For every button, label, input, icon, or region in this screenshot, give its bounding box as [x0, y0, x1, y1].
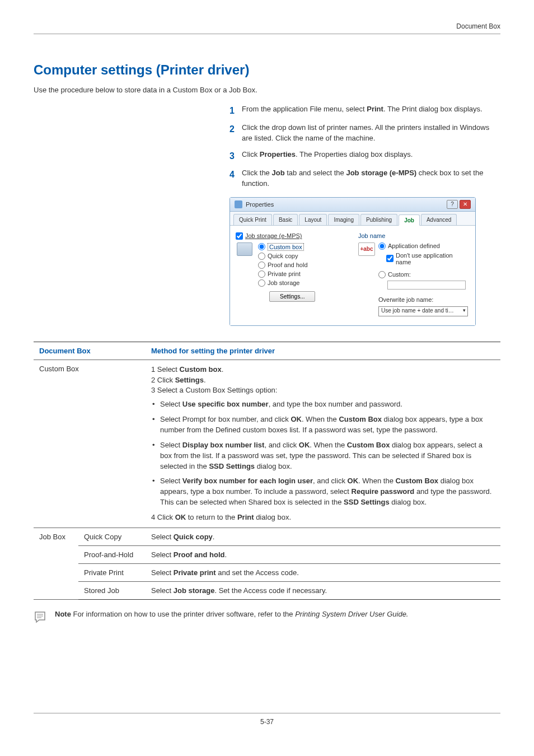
- radio-job-storage[interactable]: [258, 279, 265, 287]
- cell-job-box: Job Box: [34, 528, 78, 599]
- step-text: Click Properties. The Properties dialog …: [242, 150, 500, 160]
- settings-table: Document Box Method for setting the prin…: [34, 342, 500, 600]
- note-guide: Printing System Driver User Guide.: [295, 610, 408, 618]
- cell-custom-box: Custom Box: [34, 360, 146, 528]
- help-icon[interactable]: ?: [447, 200, 458, 209]
- abc-icon: +abc: [358, 242, 375, 256]
- tab-publishing[interactable]: Publishing: [360, 214, 397, 225]
- overwrite-select[interactable]: Use job name + date and ti…: [378, 306, 468, 316]
- cell-custom-box-method: 1 Select Custom box. 2 Click Settings. 3…: [146, 360, 500, 528]
- cell-stored-job-method: Select Job storage. Set the Access code …: [146, 581, 500, 599]
- tab-quick-print[interactable]: Quick Print: [233, 214, 272, 225]
- cell-stored-job: Stored Job: [78, 581, 146, 599]
- note-icon: [34, 610, 49, 623]
- note-label: Note: [55, 610, 71, 618]
- intro-text: Use the procedure below to store data in…: [34, 86, 500, 94]
- step-text: Click the drop down list of printer name…: [242, 123, 500, 144]
- cell-private-print: Private Print: [78, 563, 146, 581]
- window-title: Properties: [246, 201, 274, 208]
- radio-custom[interactable]: [378, 271, 386, 278]
- note-row: Note For information on how to use the p…: [34, 610, 500, 623]
- jobname-label: Job name: [358, 232, 470, 239]
- radio-label: Job storage: [268, 279, 299, 286]
- cell-private-print-method: Select Private print and set the Access …: [146, 563, 500, 581]
- job-storage-label: Job storage (e-MPS): [245, 232, 302, 239]
- radio-proof-hold[interactable]: [258, 262, 265, 269]
- overwrite-label: Overwrite job name:: [378, 296, 470, 303]
- step-number: 2: [229, 123, 242, 136]
- tab-advanced[interactable]: Advanced: [421, 214, 457, 225]
- radio-label: Custom box: [268, 243, 304, 251]
- radio-quick-copy[interactable]: [258, 253, 265, 260]
- radio-label: Custom:: [388, 271, 411, 278]
- tab-layout[interactable]: Layout: [299, 214, 327, 225]
- tab-imaging[interactable]: Imaging: [328, 214, 359, 225]
- steps-list: 1 From the application File menu, select…: [229, 104, 500, 189]
- radio-label: Quick copy: [268, 253, 298, 259]
- step-text: From the application File menu, select P…: [242, 104, 500, 115]
- close-icon[interactable]: ✕: [460, 200, 471, 209]
- step-text: Click the Job tab and select the Job sto…: [242, 168, 500, 189]
- step-number: 3: [229, 150, 242, 162]
- dialog-screenshot: Properties ? ✕ Quick Print Basic Layout …: [229, 197, 500, 326]
- radio-custom-box[interactable]: [258, 243, 265, 250]
- step-number: 1: [229, 104, 242, 117]
- job-storage-checkbox[interactable]: [236, 232, 243, 240]
- checkbox-label: Don't use application name: [396, 252, 470, 265]
- radio-label: Private print: [268, 270, 301, 277]
- dont-use-checkbox[interactable]: [386, 255, 394, 262]
- cell-quick-copy-method: Select Quick copy.: [146, 528, 500, 545]
- tabs-row: Quick Print Basic Layout Imaging Publish…: [230, 212, 475, 226]
- radio-label: Proof and hold: [268, 262, 308, 268]
- printer-icon: [235, 200, 242, 208]
- th-method: Method for setting the printer driver: [146, 342, 500, 360]
- custom-name-input[interactable]: [387, 281, 466, 290]
- th-document-box: Document Box: [34, 342, 146, 360]
- tab-job[interactable]: Job: [399, 214, 420, 226]
- cell-proof-hold: Proof-and-Hold: [78, 545, 146, 563]
- cell-quick-copy: Quick Copy: [78, 528, 146, 545]
- step-number: 4: [229, 168, 242, 181]
- note-text: For information on how to use the printe…: [71, 610, 295, 618]
- settings-button[interactable]: Settings...: [269, 291, 315, 302]
- section-title: Computer settings (Printer driver): [34, 62, 500, 78]
- page-footer: 5-37: [34, 713, 500, 726]
- stack-icon: [237, 242, 252, 256]
- radio-private-print[interactable]: [258, 270, 265, 278]
- cell-proof-hold-method: Select Proof and hold.: [146, 545, 500, 563]
- window-titlebar: Properties ? ✕: [230, 198, 475, 212]
- header-label: Document Box: [34, 22, 500, 34]
- radio-app-defined[interactable]: [378, 242, 386, 250]
- tab-basic[interactable]: Basic: [273, 214, 298, 225]
- radio-label: Application defined: [388, 242, 440, 249]
